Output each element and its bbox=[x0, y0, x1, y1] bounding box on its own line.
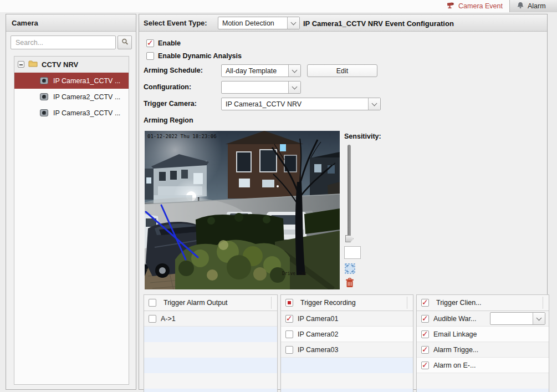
trigger-camera-dropdown[interactable]: IP Camera1_CCTV NRV bbox=[221, 98, 381, 110]
tree-item-label: IP Camera2_CCTV ... bbox=[53, 93, 120, 101]
camera-tree: CCTV NRV IP Camera1_CCTV ... IP Camera2_… bbox=[14, 56, 129, 385]
table-row[interactable]: Audible War... bbox=[417, 311, 549, 327]
tree-item-camera2[interactable]: IP Camera2_CCTV ... bbox=[14, 89, 129, 105]
delete-region-button[interactable] bbox=[345, 278, 354, 289]
tab-alarm-event[interactable]: Alarm bbox=[509, 0, 557, 12]
tab-camera-event-label: Camera Event bbox=[458, 2, 503, 10]
chevron-down-icon[interactable] bbox=[533, 313, 545, 324]
table-header-label: Trigger Clien... bbox=[436, 299, 482, 307]
table-row[interactable]: IP Camera03 bbox=[281, 342, 413, 358]
header-checkbox[interactable] bbox=[285, 299, 293, 307]
search-button[interactable] bbox=[117, 35, 132, 49]
select-event-type-label: Select Event Type: bbox=[144, 19, 207, 27]
osd-timestamp: 01-12-2022 Thu 18:23:06 bbox=[147, 134, 217, 139]
dynamic-analysis-label: Enable Dynamic Analysis bbox=[158, 52, 242, 60]
enable-checkbox[interactable] bbox=[146, 39, 154, 47]
audible-warning-dropdown[interactable] bbox=[490, 312, 545, 325]
row-checkbox[interactable] bbox=[285, 346, 293, 354]
row-label: IP Camera03 bbox=[298, 346, 338, 354]
tree-item-label: IP Camera3_CCTV ... bbox=[53, 109, 120, 117]
trigger-client-table: Trigger Clien... Audible War... Email Li… bbox=[416, 294, 549, 392]
sensitivity-label: Sensitivity: bbox=[344, 133, 381, 140]
search-row bbox=[11, 35, 132, 50]
edit-button[interactable]: Edit bbox=[307, 64, 377, 77]
tree-root-label: CCTV NRV bbox=[42, 60, 78, 69]
sensitivity-value-box[interactable] bbox=[344, 246, 361, 259]
table-row[interactable]: A->1 bbox=[144, 311, 277, 327]
chevron-down-icon[interactable] bbox=[288, 65, 300, 77]
table-row[interactable]: Email Linkage bbox=[417, 327, 549, 342]
table-row[interactable]: IP Camera02 bbox=[281, 327, 413, 342]
sensitivity-slider-handle[interactable] bbox=[345, 235, 354, 242]
edit-button-label: Edit bbox=[336, 67, 349, 75]
event-config-panel: Select Event Type: Motion Detection IP C… bbox=[139, 14, 548, 390]
table-header: Trigger Recording bbox=[281, 295, 413, 311]
camera-icon bbox=[40, 93, 48, 100]
folder-icon bbox=[28, 60, 38, 69]
chevron-down-icon[interactable] bbox=[288, 82, 300, 93]
event-type-value: Motion Detection bbox=[218, 17, 287, 29]
dynamic-analysis-checkbox[interactable] bbox=[146, 52, 154, 60]
row-label: IP Camera01 bbox=[298, 315, 338, 323]
row-label: Email Linkage bbox=[433, 330, 477, 338]
table-header: Trigger Clien... bbox=[417, 295, 549, 311]
camera-preview[interactable]: 01-12-2022 Thu 18:23:06 Drive Cam bbox=[145, 131, 340, 289]
collapse-minus-icon[interactable] bbox=[18, 61, 24, 68]
row-checkbox[interactable] bbox=[421, 330, 429, 338]
tree-item-label: IP Camera1_CCTV ... bbox=[53, 77, 120, 85]
app-window: Camera Event Alarm Camera bbox=[0, 0, 557, 392]
audible-warning-value bbox=[490, 313, 533, 324]
row-checkbox[interactable] bbox=[285, 315, 293, 323]
row-label: IP Camera02 bbox=[298, 330, 338, 338]
magnifier-icon bbox=[121, 38, 129, 47]
row-checkbox[interactable] bbox=[421, 346, 429, 354]
trigger-camera-label: Trigger Camera: bbox=[144, 100, 197, 108]
camera-icon bbox=[40, 109, 48, 116]
chevron-down-icon[interactable] bbox=[287, 17, 299, 29]
row-checkbox[interactable] bbox=[421, 362, 429, 369]
arming-region-label: Arming Region bbox=[144, 116, 193, 124]
row-checkbox[interactable] bbox=[149, 315, 156, 323]
row-checkbox[interactable] bbox=[285, 330, 293, 338]
chevron-down-icon[interactable] bbox=[368, 98, 380, 110]
draw-region-button[interactable] bbox=[345, 263, 355, 276]
trigger-camera-value: IP Camera1_CCTV NRV bbox=[222, 98, 368, 110]
table-row[interactable]: IP Camera01 bbox=[281, 311, 413, 327]
header-checkbox[interactable] bbox=[421, 299, 429, 307]
tab-camera-event[interactable]: Camera Event bbox=[440, 0, 509, 12]
arming-schedule-label: Arming Schedule: bbox=[144, 67, 203, 74]
table-header-label: Trigger Alarm Output bbox=[163, 299, 228, 307]
table-row[interactable]: Alarm on E-... bbox=[417, 358, 549, 373]
camera-panel-title: Camera bbox=[12, 19, 38, 27]
tree-node-cctv-nrv[interactable]: CCTV NRV bbox=[14, 57, 129, 73]
osd-camera-name: Drive Cam bbox=[282, 271, 306, 276]
tree-item-camera1[interactable]: IP Camera1_CCTV ... bbox=[14, 73, 129, 89]
search-input[interactable] bbox=[11, 35, 116, 49]
row-checkbox[interactable] bbox=[421, 315, 429, 323]
arming-schedule-value: All-day Template bbox=[222, 65, 288, 77]
event-tab-bar: Camera Event Alarm bbox=[0, 0, 557, 12]
row-label: Alarm on E-... bbox=[433, 362, 476, 369]
tree-item-camera3[interactable]: IP Camera3_CCTV ... bbox=[14, 105, 129, 121]
page-title: IP Camera1_CCTV NRV Event Configuration bbox=[303, 19, 454, 28]
trigger-recording-table: Trigger Recording IP Camera01 IP Camera0… bbox=[280, 294, 413, 392]
sensitivity-slider-track[interactable] bbox=[348, 145, 351, 237]
cctv-camera-icon bbox=[447, 2, 455, 11]
table-header: Trigger Alarm Output bbox=[144, 295, 277, 311]
row-label: A->1 bbox=[161, 315, 176, 323]
header-checkbox[interactable] bbox=[149, 299, 156, 307]
table-row[interactable]: Alarm Trigge... bbox=[417, 342, 549, 358]
camera-icon bbox=[40, 77, 48, 84]
configuration-value bbox=[222, 82, 288, 93]
row-label: Audible War... bbox=[433, 315, 476, 323]
row-label: Alarm Trigge... bbox=[433, 346, 478, 354]
table-header-label: Trigger Recording bbox=[300, 299, 356, 307]
configuration-dropdown[interactable] bbox=[221, 81, 301, 94]
tab-alarm-event-label: Alarm bbox=[528, 2, 546, 10]
event-type-dropdown[interactable]: Motion Detection bbox=[218, 17, 300, 29]
configuration-label: Configuration: bbox=[144, 83, 191, 91]
bell-icon bbox=[517, 2, 524, 11]
camera-panel: Camera bbox=[6, 14, 136, 390]
expand-square-icon bbox=[345, 268, 355, 276]
arming-schedule-dropdown[interactable]: All-day Template bbox=[221, 64, 301, 77]
